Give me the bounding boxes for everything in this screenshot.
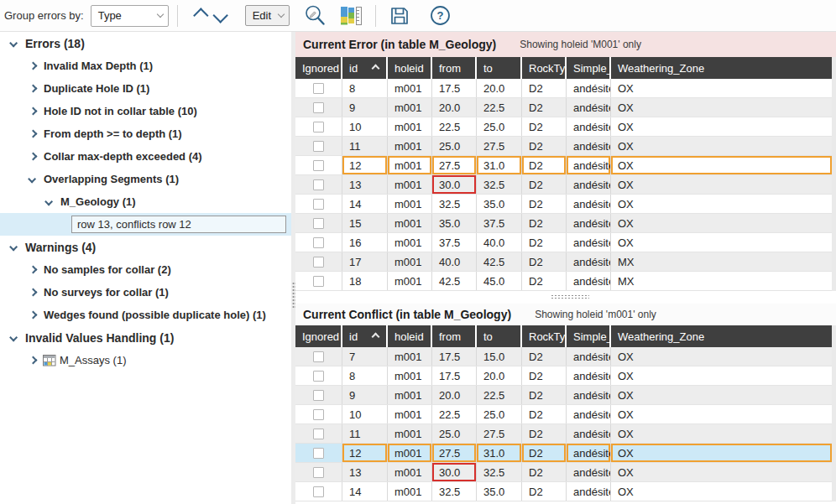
column-header[interactable]: to (477, 57, 522, 79)
tree-item[interactable]: From depth >= to depth (1) (0, 122, 291, 145)
chevron-right-icon[interactable] (25, 289, 40, 295)
column-header[interactable]: holeid (388, 57, 432, 79)
column-header[interactable]: Ignored (295, 57, 342, 79)
edit-dropdown[interactable]: Edit (245, 5, 290, 26)
cell-weathering: OX (611, 175, 832, 194)
table-row[interactable]: 14m00132.535.0D2andésiteOX (295, 195, 832, 214)
table-row[interactable]: 8m00117.520.0D2andésiteOX (295, 366, 832, 386)
chevron-right-icon[interactable] (25, 86, 40, 91)
previous-error-button[interactable] (190, 8, 207, 23)
cell-weathering: OX (611, 79, 832, 97)
tree-item[interactable]: Errors (18) (0, 32, 291, 55)
tree-item[interactable]: Warnings (4) (0, 236, 291, 258)
table-row[interactable]: 17m00140.042.5D2andésiteMX (295, 252, 832, 272)
ignored-checkbox[interactable] (313, 486, 324, 497)
ignored-checkbox[interactable] (313, 83, 324, 94)
column-header[interactable]: Ignored (295, 325, 342, 347)
chevron-right-icon[interactable] (25, 153, 40, 159)
column-header[interactable]: Weathering_Zone (611, 325, 832, 347)
tree-item[interactable]: No surveys for collar (1) (0, 281, 291, 304)
tree-item[interactable]: Duplicate Hole ID (1) (0, 77, 291, 100)
column-header[interactable]: from (432, 57, 477, 79)
chevron-down-icon[interactable] (7, 244, 22, 250)
table-row[interactable]: 7m00117.515.0D2andésiteOX (295, 347, 832, 366)
ignored-checkbox[interactable] (313, 141, 324, 152)
table-row[interactable]: 11m00125.027.5D2andésiteOX (295, 137, 832, 156)
column-header[interactable]: id (342, 325, 388, 347)
chevron-right-icon[interactable] (25, 267, 40, 273)
table-row[interactable]: 12m00127.531.0D2andésiteOX (295, 444, 832, 463)
column-header[interactable]: from (432, 325, 477, 347)
scrollbar-gutter[interactable] (832, 57, 836, 291)
ignored-checkbox[interactable] (313, 257, 324, 268)
drillhole-view-button[interactable] (336, 6, 367, 26)
tree-item[interactable]: row 13, conflicts row 12 (0, 213, 291, 236)
search-edit-button[interactable] (300, 4, 331, 27)
tree-item[interactable]: Wedges found (possible duplicate hole) (… (0, 304, 291, 326)
chevron-right-icon[interactable] (25, 131, 40, 137)
tree-item[interactable]: M_Assays (1) (0, 349, 291, 372)
column-header[interactable]: RockTy... (522, 325, 567, 347)
ignored-checkbox[interactable] (313, 390, 324, 401)
table-row[interactable]: 10m00122.525.0D2andésiteOX (295, 117, 832, 137)
ignored-cell (295, 233, 342, 252)
table-row[interactable]: 16m00137.540.0D2andésiteOX (295, 233, 832, 252)
ignored-checkbox[interactable] (313, 160, 324, 171)
tree-item[interactable]: Invalid Max Depth (1) (0, 55, 291, 77)
chevron-down-icon[interactable] (7, 40, 22, 46)
table-row[interactable]: 13m00130.032.5D2andésiteOX (295, 463, 832, 482)
chevron-right-icon[interactable] (25, 357, 40, 363)
ignored-checkbox[interactable] (313, 409, 324, 420)
group-by-dropdown[interactable]: Type (91, 5, 169, 27)
table-row[interactable]: 18m00142.545.0D2andésiteMX (295, 272, 832, 291)
ignored-checkbox[interactable] (313, 122, 324, 132)
table-row[interactable]: 11m00125.027.5D2andésiteOX (295, 424, 832, 444)
column-header[interactable]: Weathering_Zone (611, 57, 832, 79)
ignored-checkbox[interactable] (313, 371, 324, 382)
ignored-checkbox[interactable] (313, 351, 324, 362)
tree-item[interactable]: Collar max-depth exceeded (4) (0, 145, 291, 168)
table-row[interactable]: 8m00117.520.0D2andésiteOX (295, 79, 832, 98)
scrollbar-gutter[interactable] (832, 325, 836, 501)
ignored-cell (295, 272, 342, 290)
tree-item[interactable]: Overlapping Segments (1) (0, 168, 291, 190)
chevron-right-icon[interactable] (25, 312, 40, 318)
ignored-checkbox[interactable] (313, 179, 324, 190)
column-header[interactable]: id (342, 57, 388, 79)
table-row[interactable]: 9m00120.022.5D2andésiteOX (295, 98, 832, 117)
column-header[interactable]: holeid (388, 325, 432, 347)
help-button[interactable]: ? (425, 4, 456, 27)
chevron-down-icon[interactable] (7, 335, 22, 340)
column-header[interactable]: to (477, 325, 522, 347)
table-row[interactable]: 15m00135.037.5D2andésiteOX (295, 214, 832, 233)
ignored-checkbox[interactable] (313, 448, 324, 459)
tree-item[interactable]: Hole ID not in collar table (10) (0, 100, 291, 122)
tree-item[interactable]: M_Geology (1) (0, 190, 291, 213)
ignored-checkbox[interactable] (313, 237, 324, 248)
ignored-checkbox[interactable] (313, 199, 324, 210)
table-row[interactable]: 13m00130.032.5D2andésiteOX (295, 175, 832, 195)
ignored-checkbox[interactable] (313, 467, 324, 478)
save-button[interactable] (384, 5, 415, 27)
table-row[interactable]: 10m00122.525.0D2andésiteOX (295, 405, 832, 424)
tree-table-splitter[interactable] (291, 32, 295, 504)
column-header[interactable]: Simple_... (567, 325, 611, 347)
chevron-right-icon[interactable] (25, 108, 40, 114)
ignored-checkbox[interactable] (313, 276, 324, 287)
ignored-checkbox[interactable] (313, 429, 324, 439)
tree-item[interactable]: No samples for collar (2) (0, 258, 291, 281)
ignored-checkbox[interactable] (313, 102, 324, 113)
table-row[interactable]: 9m00120.022.5D2andésiteOX (295, 386, 832, 405)
table-row[interactable]: 12m00127.531.0D2andésiteOX (295, 156, 832, 175)
table-splitter[interactable] (295, 291, 836, 304)
chevron-down-icon[interactable] (42, 199, 57, 205)
column-header[interactable]: RockTy... (522, 57, 567, 79)
next-error-button[interactable] (214, 8, 232, 23)
table-row[interactable]: 14m00132.535.0D2andésiteOX (295, 482, 832, 501)
chevron-right-icon[interactable] (25, 63, 40, 69)
chevron-down-icon[interactable] (25, 176, 40, 182)
cell-from: 27.5 (432, 444, 477, 462)
column-header[interactable]: Simple_... (567, 57, 611, 79)
ignored-checkbox[interactable] (313, 218, 324, 229)
tree-item[interactable]: Invalid Values Handling (1) (0, 326, 291, 349)
